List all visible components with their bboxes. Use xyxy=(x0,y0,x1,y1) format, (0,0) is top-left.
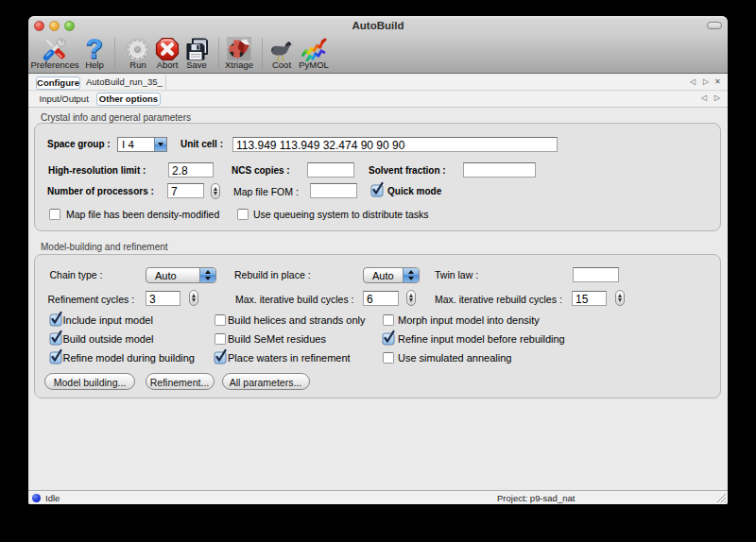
svg-text:?: ? xyxy=(85,34,102,62)
